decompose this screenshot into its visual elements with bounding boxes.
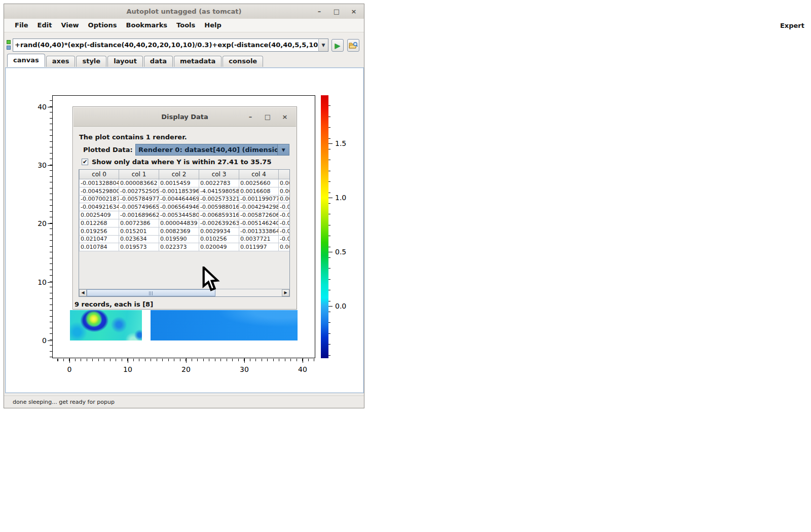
table-header-cell[interactable]: col 2	[159, 170, 199, 179]
scroll-left-button[interactable]: ◀	[79, 289, 87, 296]
menu-item-bookmarks[interactable]: Bookmarks	[122, 19, 172, 32]
heatmap-patch-left[interactable]	[70, 310, 142, 340]
table-cell[interactable]: -0.006564946...	[159, 203, 199, 211]
scroll-right-button[interactable]: ▶	[282, 289, 289, 296]
table-cell[interactable]: -0.001199077...	[239, 195, 279, 203]
table-cell[interactable]: -0.005872606...	[239, 211, 279, 219]
data-table[interactable]: col 0col 1col 2col 3col 4-0.001328804...…	[79, 170, 290, 251]
table-cell[interactable]: -0.0	[279, 219, 290, 227]
table-row[interactable]: 0.0192560.0152010.00823690.0029934-0.001…	[80, 227, 290, 235]
table-cell[interactable]: 0.019573	[119, 243, 159, 251]
table-cell[interactable]: 0.0082369	[159, 227, 199, 235]
table-cell[interactable]: 0.022373	[159, 243, 199, 251]
close-icon[interactable]: ×	[350, 8, 357, 15]
table-cell[interactable]: 0.020049	[199, 243, 239, 251]
table-cell[interactable]: 0.011997	[239, 243, 279, 251]
table-cell[interactable]: -0.001185396...	[159, 187, 199, 195]
table-cell[interactable]: 0.00	[279, 187, 290, 195]
table-cell[interactable]: 0.010784	[80, 243, 119, 251]
table-cell[interactable]: 0.00	[279, 179, 290, 187]
table-cell[interactable]: -0.0	[279, 211, 290, 219]
table-cell[interactable]: 0.012268	[80, 219, 119, 227]
inspect-uri-button[interactable]	[347, 39, 359, 52]
table-cell[interactable]: -0.006859316...	[199, 211, 239, 219]
table-cell[interactable]: -0.004464469...	[159, 195, 199, 203]
table-cell[interactable]: 0.0015459	[159, 179, 199, 187]
table-row[interactable]: -0.004529800...-0.002752505...-0.0011853…	[80, 187, 290, 195]
table-cell[interactable]: -0.005749665...	[119, 203, 159, 211]
maximize-icon[interactable]: □	[333, 8, 340, 15]
chevron-down-icon[interactable]: ▼	[277, 144, 289, 155]
table-cell[interactable]: -0.002639263...	[199, 219, 239, 227]
table-header-cell[interactable]	[279, 170, 290, 179]
heatmap-patch-right[interactable]	[151, 310, 298, 340]
table-cell[interactable]: 0.0025409	[80, 211, 119, 219]
table-cell[interactable]: 0.0029934	[199, 227, 239, 235]
table-cell[interactable]: 0.0072386	[119, 219, 159, 227]
table-cell[interactable]: 0.0022783	[199, 179, 239, 187]
table-cell[interactable]: -0.001333864...	[239, 227, 279, 235]
plotted-data-combobox[interactable]: Renderer 0: dataset[40,40] (dimension...…	[135, 144, 289, 156]
colorbar[interactable]	[321, 95, 328, 358]
table-header-cell[interactable]: col 1	[119, 170, 159, 179]
table-cell[interactable]: -0.004529800...	[80, 187, 119, 195]
table-cell[interactable]: -0.0	[279, 235, 290, 243]
table-row[interactable]: 0.0122680.00723860.000044839-0.002639263…	[80, 219, 290, 227]
table-header-cell[interactable]: col 4	[239, 170, 279, 179]
table-cell[interactable]: 0.0037721	[239, 235, 279, 243]
uri-input[interactable]: +rand(40,40)*(exp(-distance(40,40,20,20,…	[13, 39, 319, 52]
table-cell[interactable]: -0.005344580...	[159, 211, 199, 219]
table-cell[interactable]: 0.00	[279, 195, 290, 203]
tab-metadata[interactable]: metadata	[174, 56, 222, 67]
table-cell[interactable]: 0.010256	[199, 235, 239, 243]
table-cell[interactable]: -0.005146240...	[239, 219, 279, 227]
table-cell[interactable]: -0.004921634...	[80, 203, 119, 211]
minimize-icon[interactable]: –	[316, 8, 323, 15]
title-bar[interactable]: Autoplot untagged (as tomcat)	[4, 4, 364, 19]
menu-item-options[interactable]: Options	[84, 19, 122, 32]
table-cell[interactable]: -0.005988016...	[199, 203, 239, 211]
tab-console[interactable]: console	[223, 56, 263, 67]
y-filter-checkbox[interactable]: ✔	[82, 159, 88, 165]
table-cell[interactable]: -0.004294298...	[239, 203, 279, 211]
table-row[interactable]: 0.0210470.0236340.0195900.0102560.003772…	[80, 235, 290, 243]
dialog-minimize-icon[interactable]: –	[247, 113, 254, 121]
table-cell[interactable]: -0.001328804...	[80, 179, 119, 187]
expert-toggle[interactable]: Expert	[780, 19, 804, 32]
table-header-cell[interactable]: col 0	[80, 170, 119, 179]
dialog-maximize-icon[interactable]: □	[264, 113, 271, 121]
table-cell[interactable]: -0.0	[279, 227, 290, 235]
table-row[interactable]: 0.0107840.0195730.0223730.0200490.011997…	[80, 243, 290, 251]
table-cell[interactable]: 0.0016608	[239, 187, 279, 195]
table-cell[interactable]: -4.041598058...	[199, 187, 239, 195]
table-row[interactable]: -0.007002187...-0.005784977...-0.0044644…	[80, 195, 290, 203]
tab-data[interactable]: data	[144, 56, 173, 67]
table-cell[interactable]: 0.00	[279, 243, 290, 251]
table-cell[interactable]: 0.015201	[119, 227, 159, 235]
table-cell[interactable]: 0.023634	[119, 235, 159, 243]
table-cell[interactable]: -0.001689662...	[119, 211, 159, 219]
tab-axes[interactable]: axes	[46, 56, 76, 67]
tab-layout[interactable]: layout	[107, 56, 143, 67]
menu-item-file[interactable]: File	[10, 19, 33, 32]
go-button[interactable]: ▶	[331, 39, 344, 52]
data-table-scrollpane[interactable]: col 0col 1col 2col 3col 4-0.001328804...…	[79, 169, 290, 297]
menu-item-help[interactable]: Help	[200, 19, 226, 32]
table-row[interactable]: 0.0025409-0.001689662...-0.005344580...-…	[80, 211, 290, 219]
table-row[interactable]: -0.004921634...-0.005749665...-0.0065649…	[80, 203, 290, 211]
table-cell[interactable]: -0.007002187...	[80, 195, 119, 203]
menu-item-tools[interactable]: Tools	[172, 19, 200, 32]
table-cell[interactable]: 0.019256	[80, 227, 119, 235]
tab-style[interactable]: style	[76, 56, 106, 67]
table-cell[interactable]: -0.0	[279, 203, 290, 211]
table-cell[interactable]: 0.0025660	[239, 179, 279, 187]
menu-item-edit[interactable]: Edit	[33, 19, 57, 32]
table-row[interactable]: -0.001328804...0.0000836620.00154590.002…	[80, 179, 290, 187]
table-cell[interactable]: -0.005784977...	[119, 195, 159, 203]
uri-dropdown-button[interactable]: ▼	[318, 39, 328, 52]
table-header-cell[interactable]: col 3	[199, 170, 239, 179]
table-cell[interactable]: -0.002752505...	[119, 187, 159, 195]
table-cell[interactable]: -0.002573321...	[199, 195, 239, 203]
horizontal-scrollbar[interactable]: ◀ ▶	[79, 289, 289, 296]
table-cell[interactable]: 0.021047	[80, 235, 119, 243]
